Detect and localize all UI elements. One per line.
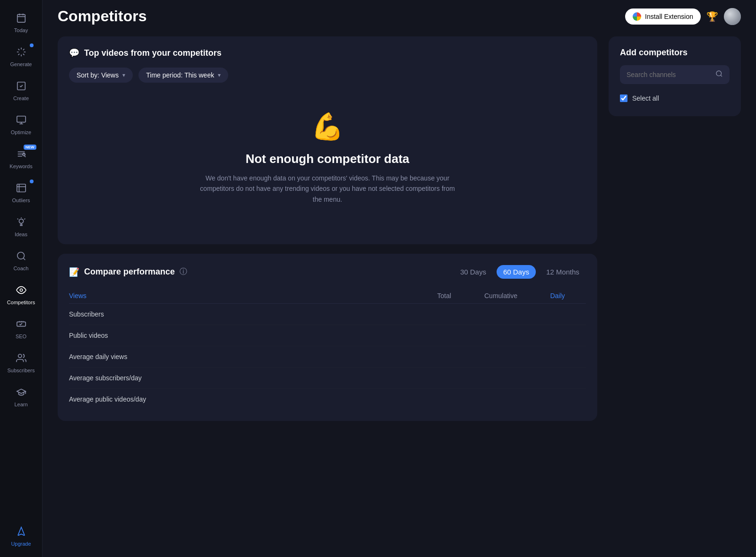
select-all-row: Select all: [620, 92, 730, 105]
avatar[interactable]: [724, 8, 741, 25]
top-videos-header: 💬 Top videos from your competitors: [69, 48, 586, 58]
right-panel: Add competitors Select all: [609, 36, 741, 546]
select-all-checkbox[interactable]: [620, 94, 627, 102]
svg-point-22: [20, 289, 23, 291]
views-tab[interactable]: Views: [69, 292, 416, 300]
top-videos-empty-state: 💪 Not enough competitor data We don't ha…: [69, 83, 586, 233]
svg-line-21: [23, 258, 25, 260]
public-videos-label: Public videos: [69, 332, 108, 339]
time-30-days-button[interactable]: 30 Days: [454, 265, 493, 279]
avg-subs-day-metric: Average subscribers/day: [69, 374, 586, 382]
topbar: Competitors Install Extension 🏆: [43, 0, 756, 25]
subscribers-metric: Subscribers: [69, 310, 586, 318]
top-videos-emoji: 💬: [69, 48, 79, 58]
daily-tab[interactable]: Daily: [529, 292, 586, 300]
time-60-days-label: 60 Days: [503, 268, 529, 276]
chrome-icon: [633, 12, 641, 21]
sidebar-item-seo[interactable]: SEO: [2, 312, 40, 344]
outliers-icon: [14, 180, 29, 196]
top-videos-card: 💬 Top videos from your competitors Sort …: [58, 36, 597, 244]
search-icon: [715, 70, 723, 79]
sidebar-item-coach[interactable]: Coach: [2, 244, 40, 276]
empty-desc: We don't have enough data on your compet…: [195, 173, 460, 205]
sidebar-item-subscribers[interactable]: Subscribers: [2, 346, 40, 378]
sidebar-item-competitors-label: Competitors: [7, 300, 35, 305]
seo-icon: [14, 317, 29, 332]
outliers-dot: [30, 180, 34, 183]
page-title: Competitors: [58, 8, 146, 25]
left-panel: 💬 Top videos from your competitors Sort …: [58, 36, 597, 546]
sort-by-button[interactable]: Sort by: Views ▾: [69, 68, 133, 83]
install-extension-label: Install Extension: [645, 13, 693, 20]
time-12-months-label: 12 Months: [546, 268, 579, 276]
competitors-icon: [14, 283, 29, 298]
daily-label: Daily: [550, 292, 565, 300]
svg-point-16: [19, 219, 23, 223]
info-icon[interactable]: ⓘ: [180, 267, 187, 277]
sidebar-item-ideas[interactable]: Ideas: [2, 210, 40, 242]
time-filters: 30 Days 60 Days 12 Months: [454, 265, 586, 279]
sidebar-item-create[interactable]: Create: [2, 74, 40, 106]
avg-subs-day-label: Average subscribers/day: [69, 374, 142, 382]
sidebar-item-subscribers-label: Subscribers: [7, 368, 34, 373]
total-label: Total: [437, 292, 451, 300]
empty-emoji: 💪: [311, 111, 344, 142]
avg-daily-views-label: Average daily views: [69, 353, 127, 360]
sidebar-item-today-label: Today: [14, 27, 28, 33]
svg-line-19: [17, 219, 18, 220]
generate-dot: [30, 43, 34, 47]
sidebar-item-today[interactable]: Today: [2, 6, 40, 38]
content-area: 💬 Top videos from your competitors Sort …: [43, 25, 756, 557]
sidebar-item-ideas-label: Ideas: [15, 231, 27, 237]
sidebar-item-outliers-label: Outliers: [12, 197, 30, 203]
time-chevron-icon: ▾: [218, 72, 221, 78]
subscribers-label: Subscribers: [69, 310, 104, 318]
sidebar-item-learn-label: Learn: [14, 402, 27, 407]
compare-emoji: 📝: [69, 267, 79, 277]
compare-performance-card: 📝 Compare performance ⓘ 30 Days 60 Days …: [58, 254, 597, 421]
sidebar-item-seo-label: SEO: [16, 334, 26, 339]
install-extension-button[interactable]: Install Extension: [625, 9, 701, 25]
search-channels-input[interactable]: [627, 71, 711, 78]
sidebar-item-optimize-label: Optimize: [11, 129, 31, 135]
cumulative-tab[interactable]: Cumulative: [472, 292, 529, 300]
optimize-icon: [14, 112, 29, 128]
time-60-days-button[interactable]: 60 Days: [497, 265, 536, 279]
views-label: Views: [69, 292, 86, 300]
sidebar-item-keywords[interactable]: NEW Keywords: [2, 142, 40, 174]
coach-icon: [14, 249, 29, 264]
total-tab[interactable]: Total: [416, 292, 472, 300]
trophy-button[interactable]: 🏆: [706, 11, 718, 22]
time-12-months-button[interactable]: 12 Months: [540, 265, 586, 279]
avg-public-videos-day-row: Average public videos/day: [69, 389, 586, 410]
svg-rect-13: [17, 184, 25, 192]
sort-by-label: Sort by: Views: [77, 71, 119, 79]
sidebar-item-upgrade[interactable]: Upgrade: [2, 519, 40, 551]
select-all-label: Select all: [632, 94, 659, 102]
sidebar-item-generate-label: Generate: [10, 61, 32, 67]
sidebar-item-generate[interactable]: Generate: [2, 40, 40, 72]
sidebar-item-create-label: Create: [13, 95, 29, 101]
time-period-button[interactable]: Time period: This week ▾: [138, 68, 228, 83]
compare-title-row: 📝 Compare performance ⓘ: [69, 267, 187, 277]
compare-title: Compare performance: [84, 267, 175, 277]
sidebar-item-keywords-label: Keywords: [9, 163, 32, 169]
cumulative-label: Cumulative: [484, 292, 517, 300]
svg-point-20: [17, 252, 24, 259]
svg-line-18: [24, 219, 25, 220]
search-channels-box: [620, 65, 730, 84]
perf-header-row: Views Total Cumulative Daily: [69, 288, 586, 304]
sidebar-item-optimize[interactable]: Optimize: [2, 108, 40, 140]
avg-daily-views-metric: Average daily views: [69, 353, 586, 360]
add-competitors-title: Add competitors: [620, 48, 730, 58]
main-content: Competitors Install Extension 🏆 💬 Top vi…: [43, 0, 756, 557]
topbar-actions: Install Extension 🏆: [625, 8, 741, 25]
sort-chevron-icon: ▾: [122, 72, 125, 78]
sidebar-item-competitors[interactable]: Competitors: [2, 278, 40, 310]
public-videos-row: Public videos: [69, 325, 586, 346]
subscribers-row: Subscribers: [69, 304, 586, 325]
avg-daily-views-row: Average daily views: [69, 346, 586, 368]
sidebar-item-learn[interactable]: Learn: [2, 380, 40, 412]
sidebar-item-outliers[interactable]: Outliers: [2, 176, 40, 208]
avg-public-videos-day-label: Average public videos/day: [69, 395, 146, 403]
